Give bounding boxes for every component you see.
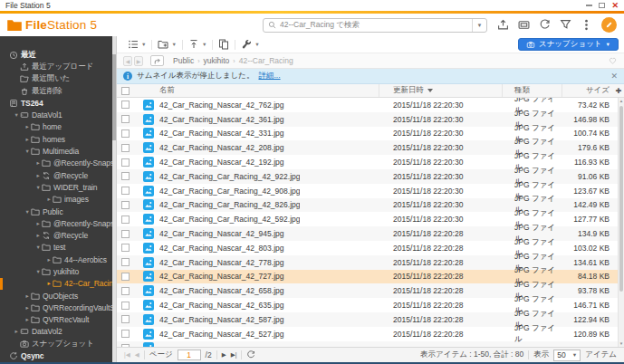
tree-collapsed-icon[interactable]: ▸ (24, 136, 31, 143)
notification-close-icon[interactable]: ✕ (610, 72, 618, 81)
maximize-button[interactable] (599, 3, 605, 8)
view-mode-button[interactable]: ▼ (122, 39, 151, 50)
sidebar-scrollbar-thumb[interactable] (112, 54, 116, 140)
refresh-list-icon[interactable] (246, 350, 255, 359)
first-page-button[interactable]: |◀ (124, 351, 130, 359)
minimize-button[interactable] (586, 5, 592, 6)
tree-expanded-icon[interactable]: ▾ (34, 184, 42, 191)
user-avatar[interactable] (601, 17, 617, 33)
column-options-icon[interactable]: ✚ (613, 87, 624, 95)
tree-collapsed-icon[interactable]: ▸ (45, 196, 53, 203)
row-checkbox[interactable] (121, 315, 130, 323)
row-checkbox[interactable] (121, 244, 130, 252)
column-header-size[interactable]: サイズ (562, 84, 613, 97)
snapshot-button[interactable]: スナップショット ▼ (518, 38, 619, 51)
tree-collapsed-icon[interactable]: ▸ (45, 256, 53, 263)
tree-collapsed-icon[interactable]: ▸ (34, 159, 42, 167)
page-number-input[interactable] (178, 350, 201, 360)
sidebar-item-42-car-racing[interactable]: ▸42--Car_Racing (0, 278, 116, 290)
sidebar-item-44-aerobics[interactable]: ▸44--Aerobics (0, 254, 116, 265)
sidebar-item-yukihito[interactable]: ▾yukihito (0, 265, 116, 277)
tree-expanded-icon[interactable]: ▾ (13, 111, 20, 119)
scrollbar-thumb[interactable] (619, 106, 623, 292)
tree-collapsed-icon[interactable]: ▸ (24, 316, 31, 323)
parent-folder-button[interactable] (150, 55, 164, 66)
row-checkbox[interactable] (121, 344, 130, 347)
column-header-modified[interactable]: 更新日時 (379, 84, 503, 97)
tree-collapsed-icon[interactable]: ▸ (24, 123, 31, 130)
background-task-icon[interactable] (497, 19, 509, 31)
sidebar-item-homes[interactable]: ▸homes (0, 133, 116, 145)
sidebar-item-datavol2[interactable]: ▸DataVol2 (0, 326, 116, 338)
refresh-icon[interactable] (539, 19, 551, 31)
sidebar-item-test[interactable]: ▾test (0, 242, 116, 254)
scroll-up-icon[interactable]: ▲ (619, 99, 624, 103)
row-checkbox[interactable] (121, 216, 130, 224)
sidebar-item-qvrrecvault[interactable]: ▸QVRRecVault (0, 314, 116, 326)
sidebar-item-item[interactable]: 最近削除 (0, 85, 116, 97)
tree-collapsed-icon[interactable]: ▸ (24, 292, 31, 300)
next-page-button[interactable]: ▶ (222, 351, 226, 359)
vertical-scrollbar[interactable]: ▲ ▼ (618, 98, 624, 347)
sidebar-item-item[interactable]: 最近開いた (0, 73, 116, 85)
tree-collapsed-icon[interactable]: ▸ (34, 220, 42, 227)
sidebar-item-recycle[interactable]: ▸@Recycle (0, 169, 116, 181)
search-options-dropdown[interactable]: ▼ (472, 19, 486, 32)
column-header-name[interactable]: 名前 (159, 85, 175, 96)
sidebar-item-qvrrecordingvaultsys[interactable]: ▸QVRRecordingVaultSys (0, 302, 116, 313)
favorite-heart-icon[interactable] (608, 56, 618, 65)
breadcrumb-item-yukihito[interactable]: yukihito (204, 56, 230, 65)
row-checkbox[interactable] (121, 129, 130, 138)
select-all-checkbox[interactable] (121, 87, 130, 95)
page-size-select[interactable]: 50 ▼ (553, 350, 581, 361)
sidebar-item-quobjects[interactable]: ▸QuObjects (0, 290, 116, 302)
row-checkbox[interactable] (121, 187, 130, 195)
more-options-icon[interactable] (581, 19, 592, 31)
sidebar-item-item[interactable]: 最近アップロード (0, 61, 116, 72)
sidebar-item-ts264[interactable]: TS264 (0, 97, 116, 109)
upload-button[interactable]: ▼ (183, 39, 212, 50)
tree-collapsed-icon[interactable]: ▸ (45, 280, 53, 287)
tree-collapsed-icon[interactable]: ▸ (34, 172, 42, 179)
back-button[interactable]: ◀ (123, 56, 132, 66)
tree-collapsed-icon[interactable]: ▸ (34, 232, 42, 239)
tree-collapsed-icon[interactable]: ▸ (24, 304, 31, 311)
forward-button[interactable]: ▶ (134, 56, 143, 66)
row-checkbox[interactable] (121, 287, 130, 295)
sidebar-item-images[interactable]: ▸images (0, 194, 116, 206)
filter-icon[interactable] (560, 19, 571, 31)
details-link[interactable]: 詳細... (259, 71, 281, 81)
tree-expanded-icon[interactable]: ▾ (24, 148, 31, 155)
sidebar-item-multimedia[interactable]: ▾Multimedia (0, 145, 116, 157)
table-row[interactable]: 42_Car_Racing_Nascar_42_527.jpg2015/11/1… (117, 327, 624, 341)
sidebar-item-qsync[interactable]: Qsync (0, 350, 116, 361)
new-folder-button[interactable]: ▼ (152, 39, 181, 50)
sidebar-item-item[interactable]: 最近 (0, 49, 116, 61)
tree-expanded-icon[interactable]: ▾ (34, 268, 42, 275)
row-checkbox[interactable] (121, 258, 130, 266)
copy-button[interactable] (213, 39, 235, 50)
column-header-type[interactable]: 種類 (503, 84, 562, 97)
prev-page-button[interactable]: ◀ (135, 351, 139, 359)
sidebar-item-recently-snapshot[interactable]: ▸@Recently-Snapshot (0, 217, 116, 229)
row-checkbox[interactable] (121, 144, 130, 152)
last-page-button[interactable]: ▶| (231, 351, 237, 359)
sidebar-item-recently-snapshot[interactable]: ▸@Recently-Snapshot (0, 158, 116, 169)
row-checkbox[interactable] (121, 330, 130, 338)
tree-expanded-icon[interactable]: ▾ (34, 244, 42, 251)
tree-collapsed-icon[interactable]: ▸ (13, 328, 20, 335)
row-checkbox[interactable] (121, 115, 130, 123)
close-button[interactable]: ✕ (611, 2, 619, 9)
search-input[interactable] (276, 21, 472, 30)
sidebar-item-item[interactable]: スナップショット (0, 338, 116, 350)
sidebar-item-home[interactable]: ▸home (0, 121, 116, 133)
row-checkbox[interactable] (121, 302, 130, 310)
tree-expanded-icon[interactable]: ▾ (24, 208, 31, 216)
row-checkbox[interactable] (121, 201, 130, 209)
sidebar-item-datavol1[interactable]: ▾DataVol1 (0, 109, 116, 120)
table-row[interactable] (117, 341, 624, 347)
row-checkbox[interactable] (121, 158, 130, 167)
scroll-down-icon[interactable]: ▼ (619, 341, 624, 346)
row-checkbox[interactable] (121, 230, 130, 238)
sidebar-item-public[interactable]: ▾Public (0, 206, 116, 217)
